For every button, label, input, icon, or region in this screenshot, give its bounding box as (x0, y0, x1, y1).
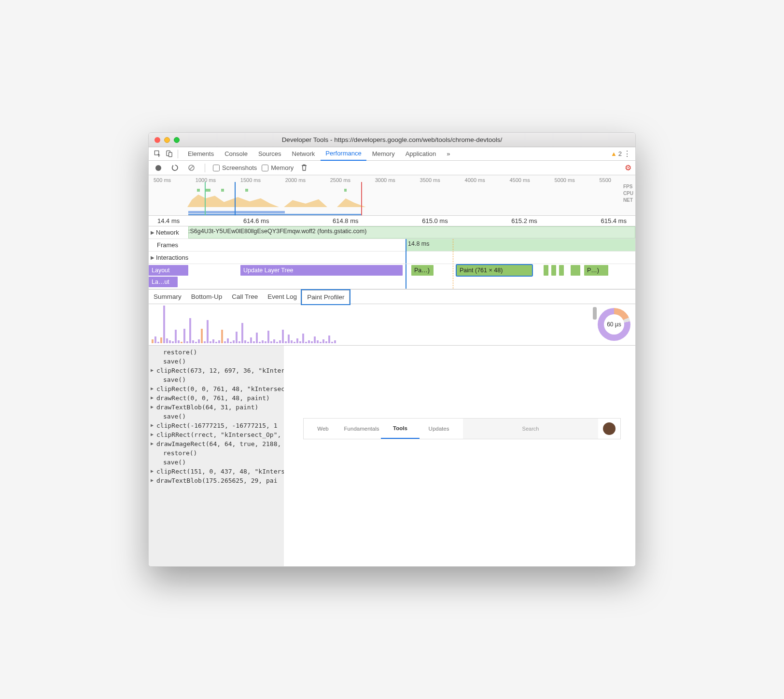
devtools-window: Developer Tools - https://developers.goo… (148, 132, 636, 567)
settings-gear-icon[interactable]: ⚙ (625, 163, 631, 172)
record-icon[interactable] (153, 162, 164, 174)
paint-command[interactable]: ▶drawTextBlob(175.265625, 29, pai (149, 476, 284, 485)
trash-icon[interactable] (298, 162, 310, 174)
paint-command-list[interactable]: restore()save()▶clipRect(673, 12, 697, 3… (149, 346, 284, 566)
warning-count: 2 (618, 150, 622, 157)
tab-sources[interactable]: Sources (253, 147, 286, 161)
inspect-icon[interactable] (152, 148, 163, 160)
screenshots-checkbox[interactable]: Screenshots (213, 164, 257, 171)
preview-navbar: Web Fundamentals Tools Updates Search (303, 418, 621, 439)
profiler-tabs: Summary Bottom-Up Call Tree Event Log Pa… (149, 290, 635, 304)
paint-command[interactable]: restore() (149, 348, 284, 357)
paint-command[interactable]: ▶clipRect(673, 12, 697, 36, "kInterse (149, 366, 284, 375)
paint-bar-chart[interactable] (152, 307, 587, 343)
window-controls (149, 137, 180, 143)
tab-eventlog[interactable]: Event Log (263, 290, 302, 304)
track-main[interactable]: ▼Main Layout La…ut Update Layer Tree Pa…… (149, 264, 635, 289)
frame-duration: 14.8 ms (408, 240, 429, 247)
tab-bottomup[interactable]: Bottom-Up (186, 290, 227, 304)
chart-scrollbar[interactable] (593, 307, 597, 320)
main-toolbar: Elements Console Sources Network Perform… (149, 147, 635, 161)
tab-summary[interactable]: Summary (149, 290, 186, 304)
track-frames[interactable]: Frames 14.8 ms (149, 239, 635, 252)
svg-point-3 (155, 165, 161, 171)
paint-command[interactable]: save() (149, 458, 284, 467)
warnings-badge[interactable]: ▲ 2 (611, 150, 622, 157)
paint-command[interactable]: restore() (149, 448, 284, 458)
flame-layout2[interactable]: La…ut (149, 277, 178, 287)
tab-memory[interactable]: Memory (367, 147, 400, 161)
device-toggle-icon[interactable] (163, 148, 175, 160)
preview-tab-tools: Tools (381, 419, 420, 439)
flame-chunk[interactable] (559, 265, 564, 276)
paint-preview[interactable]: Web Fundamentals Tools Updates Search (284, 346, 635, 566)
preview-search: Search (463, 419, 598, 439)
flame-chunk[interactable] (551, 265, 556, 276)
reload-icon[interactable] (169, 162, 181, 174)
paint-command[interactable]: save() (149, 412, 284, 421)
tab-application[interactable]: Application (401, 147, 441, 161)
paint-command[interactable]: save() (149, 375, 284, 384)
memory-checkbox[interactable]: Memory (262, 164, 294, 171)
divider (205, 164, 205, 172)
maximize-icon[interactable] (174, 137, 180, 143)
timeline-overview[interactable]: 500 ms1000 ms1500 ms2000 ms2500 ms3000 m… (149, 175, 635, 216)
tab-network[interactable]: Network (287, 147, 320, 161)
minimize-icon[interactable] (164, 137, 170, 143)
preview-tab-updates: Updates (420, 419, 458, 439)
flame-paint-tail[interactable]: P…) (584, 265, 608, 276)
flame-paint-small[interactable]: Pa…) (411, 265, 434, 276)
warning-icon: ▲ (611, 150, 617, 157)
detail-ruler[interactable]: 14.4 ms614.6 ms614.8 ms615.0 ms615.2 ms6… (149, 216, 635, 226)
clear-icon[interactable] (185, 162, 197, 174)
flame-chunk[interactable] (544, 265, 548, 276)
paint-command[interactable]: ▶clipRRect(rrect, "kIntersect_Op", t (149, 430, 284, 439)
paint-command[interactable]: ▶clipRect(151, 0, 437, 48, "kInterse (149, 467, 284, 476)
tab-elements[interactable]: Elements (183, 147, 219, 161)
paint-command[interactable]: ▶drawRect(0, 0, 761, 48, paint) (149, 393, 284, 403)
kebab-menu-icon[interactable]: ⋮ (622, 149, 632, 158)
overview-lane-labels: FPSCPUNET (623, 184, 633, 203)
window-title: Developer Tools - https://developers.goo… (149, 136, 635, 143)
paint-command[interactable]: ▶drawTextBlob(64, 31, paint) (149, 403, 284, 412)
paint-command[interactable]: save() (149, 357, 284, 366)
panel-tabs: Elements Console Sources Network Perform… (183, 147, 611, 161)
paint-profiler-body: restore()save()▶clipRect(673, 12, 697, 3… (149, 346, 635, 566)
flame-update-layer-tree[interactable]: Update Layer Tree (240, 265, 403, 276)
paint-time-donut: 60 µs (598, 308, 630, 341)
svg-line-5 (189, 166, 193, 170)
track-network[interactable]: ▶Network :S6g4U3t-Y5UEw0lE80llgEseQY3FEm… (149, 226, 635, 239)
perf-toolbar: Screenshots Memory ⚙ (149, 161, 635, 175)
tabs-overflow-icon[interactable]: » (442, 147, 455, 161)
paint-command[interactable]: ▶clipRect(-16777215, -16777215, 1 (149, 421, 284, 430)
svg-rect-2 (168, 153, 172, 157)
preview-tab-fundamentals: Fundamentals (342, 419, 381, 439)
track-interactions[interactable]: ▶Interactions (149, 252, 635, 264)
tab-console[interactable]: Console (220, 147, 252, 161)
divider (178, 150, 178, 158)
tracks: ▶Network :S6g4U3t-Y5UEw0lE80llgEseQY3FEm… (149, 226, 635, 290)
flame-layout[interactable]: Layout (149, 265, 188, 276)
tab-performance[interactable]: Performance (321, 147, 366, 161)
flame-chunk[interactable] (571, 265, 580, 276)
paint-command[interactable]: ▶drawImageRect(64, 64, true, 2188, (149, 439, 284, 448)
paint-command[interactable]: ▶clipRect(0, 0, 761, 48, "kIntersect_ (149, 384, 284, 393)
avatar (603, 422, 616, 435)
titlebar[interactable]: Developer Tools - https://developers.goo… (149, 133, 635, 147)
tab-paint-profiler[interactable]: Paint Profiler (302, 290, 350, 304)
tab-calltree[interactable]: Call Tree (227, 290, 263, 304)
close-icon[interactable] (154, 137, 160, 143)
preview-tab-web: Web (304, 419, 342, 439)
paint-profiler-chart[interactable]: 60 µs (149, 304, 635, 346)
flame-paint-selected[interactable]: Paint (761 × 48) (457, 265, 532, 276)
